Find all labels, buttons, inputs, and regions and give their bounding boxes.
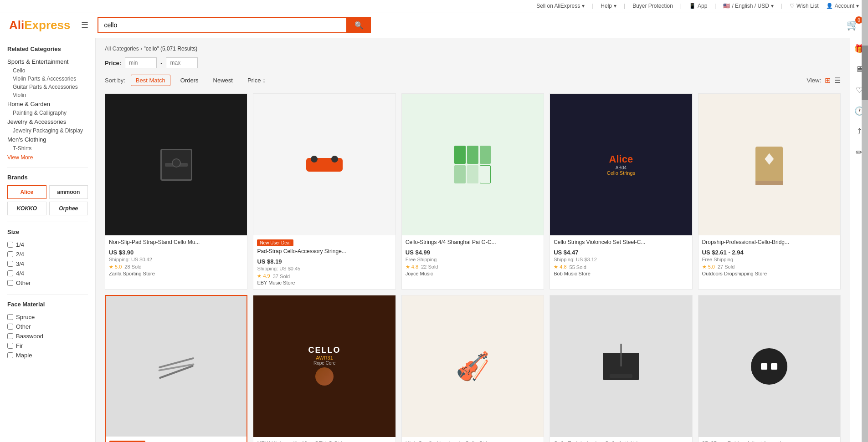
sidebar-item-guitar-parts[interactable]: Guitar Parts & Accessories: [7, 83, 88, 91]
brand-ammoon[interactable]: ammoon: [49, 185, 88, 199]
sort-best-match[interactable]: Best Match: [131, 75, 170, 86]
search-input[interactable]: [98, 17, 347, 33]
product-info-3: Cello-Strings 4/4 Shanghai Pai G-C... US…: [402, 235, 544, 280]
product-store-1[interactable]: Zanla Sporting Store: [109, 271, 243, 276]
price-label: Price:: [105, 60, 121, 66]
size-item-other: Other: [7, 278, 88, 288]
sidebar-item-jewelry[interactable]: Jewelry & Accessories: [7, 117, 88, 127]
material-checkbox-spruce[interactable]: [7, 314, 13, 320]
brand-orphee[interactable]: Orphee: [49, 202, 88, 215]
scrollbar-thumb[interactable]: [862, 46, 868, 100]
material-checkbox-basswood[interactable]: [7, 333, 13, 339]
app-link[interactable]: 📱 App: [689, 3, 707, 9]
sidebar-item-jewelry-packaging[interactable]: Jewelry Packaging & Display: [7, 127, 88, 135]
product-title-5: Dropship-Professional-Cello-Bridg...: [702, 239, 837, 246]
sidebar-item-painting[interactable]: Painting & Calligraphy: [7, 109, 88, 117]
product-info-7: NEW High quality Alice CELLO Strin... US…: [253, 437, 395, 442]
product-sold-5: 27 Sold: [718, 264, 734, 269]
brand-kokko[interactable]: KOKKO: [7, 202, 46, 215]
material-checkbox-other[interactable]: [7, 324, 13, 330]
product-card-7[interactable]: CELLO AWR31 Rope Core NEW High quality A…: [253, 295, 395, 442]
sidebar-item-violin-parts[interactable]: Violin Parts & Accessories: [7, 75, 88, 83]
view-more-categories[interactable]: View More: [7, 154, 88, 161]
grid-view-button[interactable]: ⊞: [825, 76, 831, 85]
product-image-7: CELLO AWR31 Rope Core: [253, 295, 395, 437]
product-sold-1: 28 Sold: [124, 264, 141, 269]
related-categories-title: Related Categories: [7, 46, 88, 52]
product-image-5: [699, 94, 840, 235]
product-card-3[interactable]: Cello-Strings 4/4 Shanghai Pai G-C... US…: [401, 93, 544, 290]
product-card-2[interactable]: New User Deal Pad-Strap Cello-Accessory …: [253, 93, 395, 290]
product-image-3: [402, 94, 544, 235]
sidebar-item-sports[interactable]: Sports & Entertainment: [7, 57, 88, 66]
size-item-2-4: 2/4: [7, 249, 88, 259]
product-image-10: [699, 295, 840, 437]
account-link[interactable]: 👤 Account ▾: [826, 3, 859, 9]
product-card-9[interactable]: Cello Endpin Anchor Cello Antiskid... US…: [550, 295, 692, 442]
products-grid: Non-Slip-Pad Strap-Stand Cello Mu... US …: [105, 93, 841, 442]
buyer-protection-link[interactable]: Buyer Protection: [632, 3, 673, 9]
scrollbar[interactable]: [862, 0, 868, 442]
product-card-6[interactable]: New User Deal Cello String Set German Si…: [105, 295, 247, 442]
product-store-3[interactable]: Joyce Music: [406, 271, 540, 276]
sidebar-item-home-garden[interactable]: Home & Garden: [7, 99, 88, 109]
size-checkbox-1-4[interactable]: [7, 242, 13, 248]
breadcrumb: All Categories › "cello" (5,071 Results): [105, 46, 841, 52]
price-min-input[interactable]: [125, 57, 157, 68]
product-card-10[interactable]: 35x35mm Rubber Adjust Acoustic ... US $0…: [698, 295, 841, 442]
breadcrumb-search-term: "cello" (5,071 Results): [144, 46, 197, 52]
product-store-5[interactable]: Outdoors Dropshipping Store: [702, 271, 837, 276]
product-info-4: Cello Strings Violoncelo Set Steel-C... …: [550, 235, 692, 280]
chevron-down-icon: ▾: [771, 3, 774, 9]
cart-icon[interactable]: 🛒 0: [847, 19, 859, 31]
sidebar-item-violin[interactable]: Violin: [7, 91, 88, 99]
sort-orders[interactable]: Orders: [176, 75, 203, 86]
material-other: Other: [7, 322, 88, 331]
size-checkbox-2-4[interactable]: [7, 251, 13, 257]
product-card-1[interactable]: Non-Slip-Pad Strap-Stand Cello Mu... US …: [105, 93, 247, 290]
product-image-6: [106, 296, 247, 437]
breadcrumb-all-categories[interactable]: All Categories: [105, 46, 139, 52]
brand-alice[interactable]: Alice: [7, 185, 46, 199]
product-info-1: Non-Slip-Pad Strap-Stand Cello Mu... US …: [105, 235, 247, 280]
product-store-4[interactable]: Bob Music Store: [554, 271, 688, 276]
search-button[interactable]: 🔍: [347, 17, 371, 33]
sort-price[interactable]: Price ↕: [243, 75, 270, 86]
sort-newest[interactable]: Newest: [209, 75, 237, 86]
sidebar-item-cello[interactable]: Cello: [7, 66, 88, 75]
list-view-button[interactable]: ☰: [834, 76, 841, 85]
logo[interactable]: AliExpress: [9, 18, 70, 32]
price-max-input[interactable]: [166, 57, 198, 68]
sidebar: Related Categories Sports & Entertainmen…: [0, 38, 96, 442]
product-price-1: US $3.90: [109, 249, 243, 256]
price-filter: Price: -: [105, 57, 841, 68]
product-store-2[interactable]: EBY Music Store: [257, 280, 391, 285]
product-sold-4: 55 Sold: [570, 264, 586, 270]
material-checkbox-fir[interactable]: [7, 343, 13, 349]
help-link[interactable]: Help ▾: [601, 3, 616, 9]
product-shipping-3: Free Shipping: [406, 257, 540, 262]
sell-link[interactable]: Sell on AliExpress ▾: [536, 3, 585, 9]
sidebar-item-tshirts[interactable]: T-Shirts: [7, 144, 88, 152]
product-card-8[interactable]: 🎻 High Quality Handmade Cello Strin... U…: [401, 295, 544, 442]
product-info-8: High Quality Handmade Cello Strin... US …: [402, 437, 544, 442]
product-rating-5: ★ 5.0: [702, 264, 715, 270]
product-card-4[interactable]: Alice AB04 Cello Strings Cello Strings V…: [550, 93, 692, 290]
view-toggle: View: ⊞ ☰: [806, 76, 841, 85]
size-checkbox-other[interactable]: [7, 280, 13, 286]
size-checkbox-3-4[interactable]: [7, 261, 13, 267]
material-checkbox-maple[interactable]: [7, 352, 13, 358]
size-checkbox-4-4[interactable]: [7, 270, 13, 276]
sidebar-item-mens-clothing[interactable]: Men's Clothing: [7, 135, 88, 144]
product-sold-3: 22 Sold: [421, 264, 438, 269]
material-basswood: Basswood: [7, 331, 88, 341]
header: AliExpress ☰ 🔍 🛒 0: [0, 12, 868, 38]
language-selector[interactable]: 🇺🇸 / English / USD ▾: [723, 3, 773, 9]
wishlist-link[interactable]: ♡ Wish List: [790, 3, 819, 9]
material-maple: Maple: [7, 351, 88, 360]
size-list: 1/4 2/4 3/4 4/4 Other: [7, 240, 88, 288]
mobile-icon: 📱: [689, 3, 696, 9]
menu-icon[interactable]: ☰: [81, 20, 88, 30]
chevron-down-icon: ▾: [856, 3, 859, 9]
product-card-5[interactable]: Dropship-Professional-Cello-Bridg... US …: [698, 93, 841, 290]
